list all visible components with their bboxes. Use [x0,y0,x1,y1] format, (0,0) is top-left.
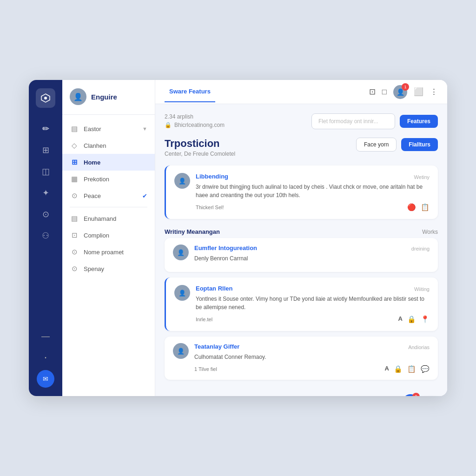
sidebar-user-button[interactable]: ✉ [37,370,54,388]
more-top-icon[interactable]: ⋮ [430,87,438,97]
card-tag-4: 1 Tilve fiel [194,366,217,372]
chevron-down-icon: ▼ [142,126,147,132]
sidebar-item-complion[interactable]: ⊡ Complion [62,227,155,244]
content-meta: 2.34 arplish [165,113,225,120]
sidebar-item-eastor[interactable]: ▤ Eastor ▼ [62,120,155,137]
complion-icon: ⊡ [70,231,79,239]
edit-nav-icon[interactable]: ✏ [37,120,54,138]
sidebar-item-label: Prekotion [84,176,109,183]
meta-sub-text: Bhicrlceatinong.com [174,122,225,128]
card-tag: Thickerl Sel! [196,205,224,210]
bottom-notification: 💬 2 n18 [403,394,440,396]
grid-nav-icon[interactable]: ⊞ [37,141,54,159]
header-buttons: Face yorn Flallturs [356,138,438,152]
card-body-4: Teatanlay Giffer Andiorias Culhomatat Co… [194,343,430,373]
sidebar-item-nome[interactable]: ⊙ Nome proamet [62,244,155,260]
a-icon[interactable]: A [398,315,403,324]
minus-icon: — [37,327,54,345]
user-name: Enguire [91,93,117,101]
card-name: Libbending [196,173,228,180]
chat-icon[interactable]: 💬 [421,365,430,373]
search-input[interactable] [311,113,395,129]
sidebar-item-label: Clanhen [84,142,106,149]
card-body-3: Eoptan Rllen Wiiting Yontlnes it Souse o… [196,285,430,324]
card-eumfler: 👤 Eumfler Intogureation dreining Denly B… [165,238,438,272]
card-text-4: Culhomatat Conner Remaoy. [194,353,430,361]
card-tag-3: Inrle.tel [196,317,212,322]
sidebar-item-label: Eastor [84,126,101,132]
pin-icon[interactable]: 📍 [421,315,430,324]
meta-text: 2.34 arplish [165,113,193,120]
page-top-icon[interactable]: ⬜ [414,87,423,97]
page-title: Trposticion [165,138,235,150]
eastor-icon: ▤ [70,125,79,133]
card-text: 3r dnwire but thingjing tiuch aulinal to… [196,183,430,199]
page-subtitle: Center, De Freule Comoletel [165,151,235,157]
sidebar-dark: ✏ ⊞ ◫ ✦ ⊙ ⚇ — • ✉ [29,80,62,396]
content-meta-section: 2.34 arplish 🔒 Bhicrlceatinong.com [165,113,225,130]
app-window: ✏ ⊞ ◫ ✦ ⊙ ⚇ — • ✉ 👤 Enguire ▤ Eastor ▼ ◇… [29,80,447,396]
copy2-icon[interactable]: 📋 [407,365,416,373]
card-body: Libbending Wetiny 3r dnwire but thingjin… [196,173,430,212]
card-name-row-4: Teatanlay Giffer Andiorias [194,343,430,350]
card-name-3: Eoptan Rllen [196,285,232,292]
card-avatar-3: 👤 [174,285,190,301]
svg-point-0 [44,97,47,99]
lock-icon[interactable]: 🔒 [407,315,416,324]
card-body-2: Eumfler Intogureation dreining Denly Ben… [194,245,430,265]
notification-badge: 1 [402,83,409,91]
face-yorn-button[interactable]: Face yorn [356,138,397,152]
sidebar-item-home[interactable]: ⊞ Home [62,154,155,171]
peace-icon: ⊙ [70,192,79,200]
card-text-3: Yontlnes it Souse onter. Vimy hong ur TD… [196,295,430,311]
sidebar-item-label: Peace [84,192,101,199]
flallturs-button[interactable]: Flallturs [401,138,438,151]
card-name-2: Eumfler Intogureation [194,245,257,251]
card-status: Wetiny [414,173,430,180]
avatar-top-icon[interactable]: 👤 1 [393,85,407,99]
square-top-icon[interactable]: □ [382,87,387,97]
section-divider: Writiny Meanangan Works [165,225,438,238]
copy-icon[interactable]: 📋 [421,203,430,212]
dots-icon: • [37,349,54,366]
features-button[interactable]: Features [400,115,438,128]
enuhamand-icon: ▤ [70,214,79,223]
card-name-4: Teatanlay Giffer [194,343,239,350]
card-name-row: Libbending Wetiny [196,173,430,180]
sidebar-item-clanhen[interactable]: ◇ Clanhen [62,137,155,154]
sidebar-item-prekotion[interactable]: ▦ Prekotion [62,171,155,187]
check-icon: ✔ [142,192,147,199]
card-name-row-3: Eoptan Rllen Wiiting [196,285,430,292]
grid-top-icon[interactable]: ⊡ [369,87,376,97]
content-header: Trposticion Center, De Freule Comoletel … [165,138,438,157]
tv-nav-icon[interactable]: ◫ [37,163,54,180]
card-avatar: 👤 [174,173,190,189]
settings-nav-icon[interactable]: ✦ [37,184,54,202]
nav-section: ▤ Eastor ▼ ◇ Clanhen ⊞ Home ▦ Prekotion … [62,115,155,283]
search-nav-icon[interactable]: ⊙ [37,205,54,223]
nav-divider [70,207,147,207]
tab-sware-featurs[interactable]: Sware Featurs [165,81,215,102]
lock2-icon[interactable]: 🔒 [394,365,403,373]
sidebar-item-label: Enuhamand [84,215,116,222]
top-bar-icons: ⊡ □ 👤 1 ⬜ ⋮ [369,85,438,99]
card-name-row-2: Eumfler Intogureation dreining [194,245,430,251]
section-divider-status: Works [422,229,438,235]
a2-icon[interactable]: A [385,365,389,373]
red-dot-icon[interactable]: 🔴 [407,203,416,212]
notif-badge: 2 [412,393,420,396]
sidebar-item-enuhamand[interactable]: ▤ Enuhamand [62,210,155,227]
card-actions-3: A 🔒 📍 [398,315,430,324]
search-wrapper [311,113,395,129]
card-actions-4: A 🔒 📋 💬 [385,365,430,373]
users-nav-icon[interactable]: ⚇ [37,227,54,245]
content-area: 2.34 arplish 🔒 Bhicrlceatinong.com Featu… [155,104,447,396]
sidebar-item-peace[interactable]: ⊙ Peace ✔ [62,187,155,204]
notif-icon[interactable]: 💬 2 [403,394,418,396]
content-sub-meta: 🔒 Bhicrlceatinong.com [165,122,225,128]
sidebar-item-label: Nome proamet [84,249,124,256]
nome-icon: ⊙ [70,248,79,256]
card-status-2: dreining [411,245,430,251]
clanhen-icon: ◇ [70,141,79,150]
sidebar-item-spenay[interactable]: ⊙ Spenay [62,260,155,277]
